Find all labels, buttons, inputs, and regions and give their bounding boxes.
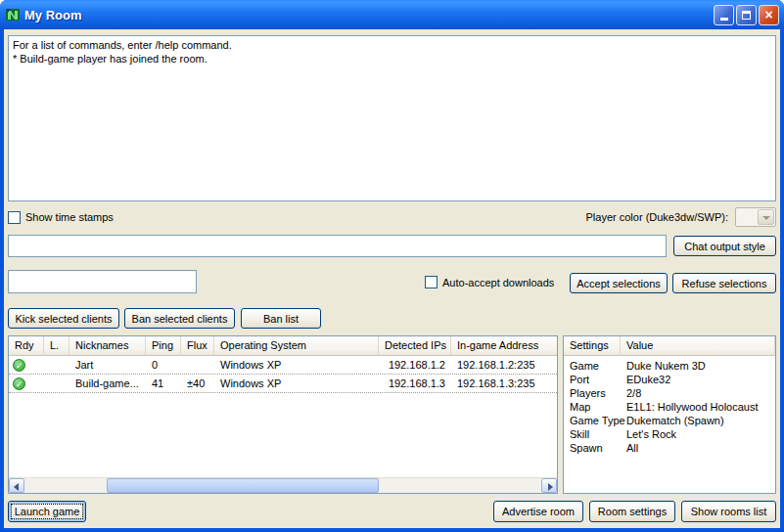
show-rooms-list-button[interactable]: Show rooms list — [681, 501, 776, 522]
settings-panel-body: GameDuke Nukem 3DPortEDuke32Players2/8Ma… — [564, 356, 775, 455]
player-cell-ping: 0 — [146, 359, 181, 371]
player-cell-nicknames: Build-game... — [69, 377, 146, 389]
value-column-header[interactable]: Value — [621, 336, 775, 356]
scroll-left-button[interactable] — [9, 478, 24, 493]
players-table: RdyL.NicknamesPingFluxOperating SystemDe… — [8, 335, 558, 494]
window-content: For a list of commands, enter /help comm… — [4, 29, 780, 528]
settings-column-header[interactable]: Settings — [564, 336, 621, 356]
arrow-left-icon — [14, 483, 19, 491]
options-row: Show time stamps Player color (Duke3dw/S… — [8, 207, 776, 227]
settings-row: Game TypeDukematch (Spawn) — [564, 414, 775, 427]
setting-name: Game Type — [564, 415, 621, 426]
players-table-body: ✓Jart0Windows XP192.168.1.2192.168.1.2:2… — [9, 356, 557, 460]
settings-row: Players2/8 — [564, 386, 775, 400]
room-settings-button[interactable]: Room settings — [589, 501, 675, 522]
close-icon: × — [764, 8, 772, 22]
column-header-nicknames[interactable]: Nicknames — [69, 336, 146, 356]
player-color-label: Player color (Duke3dw/SWP): — [586, 211, 729, 223]
column-header-rdy[interactable]: Rdy — [9, 336, 44, 356]
chat-line: * Build-game player has joined the room. — [13, 52, 771, 66]
settings-row: GameDuke Nukem 3D — [564, 359, 775, 373]
refuse-selections-button[interactable]: Refuse selections — [672, 273, 776, 293]
setting-name: Map — [564, 401, 621, 413]
show-time-stamps-label: Show time stamps — [25, 211, 114, 223]
player-cell-detected-ips: 192.168.1.2 — [379, 359, 451, 371]
players-table-header: RdyL.NicknamesPingFluxOperating SystemDe… — [9, 336, 557, 356]
window-controls: × — [714, 5, 779, 25]
show-time-stamps-checkbox[interactable]: Show time stamps — [8, 211, 114, 224]
scroll-right-button[interactable] — [541, 478, 557, 493]
setting-name: Game — [564, 360, 621, 372]
player-cell-in-game-address: 192.168.1.2:235 — [451, 359, 557, 371]
ban-selected-clients-button[interactable]: Ban selected clients — [124, 308, 235, 329]
setting-value: Let's Rock — [621, 428, 676, 440]
title-bar[interactable]: My Room × — [0, 0, 784, 29]
app-icon — [5, 7, 21, 22]
column-header-operating-system[interactable]: Operating System — [214, 336, 379, 356]
player-row[interactable]: ✓Jart0Windows XP192.168.1.2192.168.1.2:2… — [9, 356, 557, 375]
player-cell-operating-system: Windows XP — [214, 359, 379, 371]
minimize-button[interactable] — [714, 5, 734, 25]
kick-selected-clients-button[interactable]: Kick selected clients — [8, 308, 119, 329]
launch-game-button[interactable]: Launch game — [8, 501, 86, 522]
chat-output-style-button[interactable]: Chat output style — [673, 236, 776, 256]
ready-cell: ✓ — [9, 359, 44, 372]
scrollbar-thumb[interactable] — [107, 478, 379, 493]
ready-check-icon: ✓ — [13, 359, 25, 372]
column-header-in-game-address[interactable]: In-game Address — [451, 336, 557, 356]
scrollbar-track[interactable] — [24, 478, 541, 493]
settings-row: SpawnAll — [564, 441, 775, 455]
ready-check-icon: ✓ — [13, 377, 25, 390]
player-cell-operating-system: Windows XP — [214, 377, 379, 389]
setting-name: Players — [564, 387, 621, 399]
player-cell-in-game-address: 192.168.1.3:235 — [451, 377, 557, 389]
checkbox-icon[interactable] — [425, 276, 438, 288]
player-cell-ping: 41 — [146, 377, 181, 389]
accept-selections-button[interactable]: Accept selections — [570, 273, 668, 293]
close-button[interactable]: × — [759, 5, 779, 25]
player-row[interactable]: ✓Build-game...41±40Windows XP192.168.1.3… — [9, 375, 557, 393]
chat-output-area[interactable]: For a list of commands, enter /help comm… — [8, 35, 776, 201]
column-header-l[interactable]: L. — [44, 336, 69, 356]
chat-message-input[interactable] — [8, 235, 667, 257]
player-color-select — [735, 207, 776, 227]
setting-value: EDuke32 — [621, 374, 670, 385]
settings-row: PortEDuke32 — [564, 373, 775, 386]
player-cell-detected-ips: 192.168.1.3 — [379, 377, 451, 389]
checkbox-icon[interactable] — [8, 211, 21, 224]
auto-accept-downloads-label: Auto-accept downloads — [442, 277, 554, 288]
setting-name: Skill — [564, 428, 621, 440]
setting-value: E1L1: Hollywood Holocaust — [621, 401, 759, 413]
column-header-flux[interactable]: Flux — [181, 336, 214, 356]
settings-row: SkillLet's Rock — [564, 427, 775, 441]
settings-row: MapE1L1: Hollywood Holocaust — [564, 400, 775, 414]
setting-name: Spawn — [564, 442, 621, 454]
player-cell-flux: ±40 — [181, 377, 214, 389]
setting-value: All — [621, 442, 638, 454]
maximize-button[interactable] — [736, 5, 757, 25]
chat-line: For a list of commands, enter /help comm… — [13, 38, 771, 52]
minimize-icon — [720, 18, 728, 21]
auto-accept-downloads-checkbox[interactable]: Auto-accept downloads — [425, 276, 554, 288]
advertise-room-button[interactable]: Advertise room — [493, 501, 583, 522]
setting-value: Duke Nukem 3D — [621, 360, 706, 372]
window-title: My Room — [24, 8, 714, 22]
setting-name: Port — [564, 374, 621, 385]
column-header-ping[interactable]: Ping — [146, 336, 181, 356]
setting-value: 2/8 — [621, 387, 641, 399]
chevron-down-icon — [758, 209, 774, 225]
arrow-right-icon — [548, 483, 553, 491]
player-color-group: Player color (Duke3dw/SWP): — [586, 207, 777, 227]
setting-value: Dukematch (Spawn) — [621, 415, 724, 426]
ready-cell: ✓ — [9, 377, 44, 390]
player-cell-nicknames: Jart — [69, 359, 146, 371]
maximize-icon — [742, 11, 751, 20]
room-settings-panel: Settings Value GameDuke Nukem 3DPortEDuk… — [563, 335, 776, 494]
horizontal-scrollbar[interactable] — [9, 477, 557, 493]
my-room-window: My Room × For a list of commands, enter … — [0, 0, 784, 532]
ban-list-button[interactable]: Ban list — [241, 308, 321, 329]
settings-panel-header: Settings Value — [564, 336, 775, 356]
column-header-detected-ips[interactable]: Detected IPs — [379, 336, 451, 356]
secondary-input[interactable] — [8, 270, 197, 293]
